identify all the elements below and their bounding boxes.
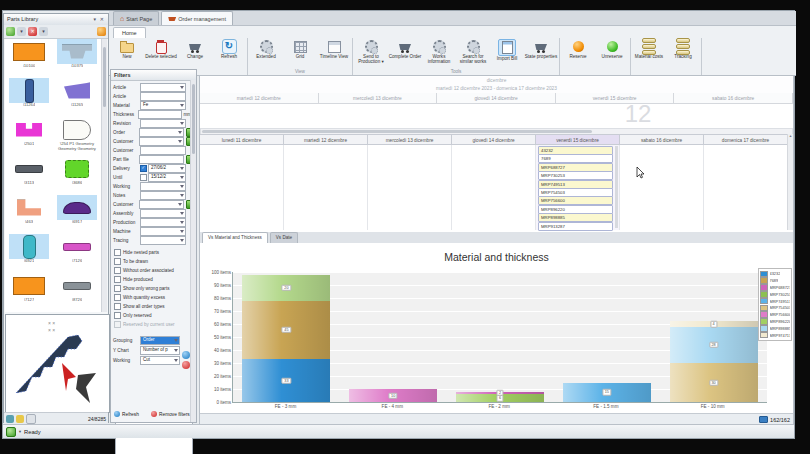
tracking-button[interactable]: Tracking [666,38,700,59]
timeline-column-sabato-16-dicembre[interactable]: sabato 16 dicembre [674,93,793,104]
article-input[interactable] [140,92,186,101]
part-item-11265[interactable]: \11265 [53,78,101,117]
pan-icon[interactable] [6,415,14,423]
chart-info-button[interactable] [182,351,190,359]
checkbox-without-order-associated[interactable]: Without order associated [114,266,194,274]
part-item-254-p1-geometry-geometry-geometry[interactable]: \254 P1 Geometry Geometry Geometry [53,117,101,156]
part-item-10375[interactable]: \10375 [53,39,101,78]
search-for-similar-works-button[interactable]: Search for similar works [456,38,490,64]
tracing-select[interactable] [140,236,186,245]
part-item-11264[interactable]: \11264 [5,78,53,117]
checkbox-hide-produced[interactable]: Hide produced [114,275,194,283]
checkbox-box[interactable] [114,267,121,274]
until-checkbox[interactable] [140,174,147,181]
grouping-select[interactable]: Order [140,336,180,345]
bar-segment-mrp754503[interactable]: 30 [670,363,758,402]
working-select[interactable]: Cut [140,356,180,365]
y-chart-select[interactable]: Number of p [140,346,180,355]
part-item-2501[interactable]: \2501 [5,117,53,156]
order-chip-mrp913287[interactable]: MRP913287 [538,222,613,231]
state-properties-button[interactable]: State properties [524,38,558,59]
checkbox-with-quantity-excess[interactable]: With quantity excess [114,293,194,301]
checkbox-box[interactable] [114,303,121,310]
checkbox-box[interactable] [114,276,121,283]
part-item-8726[interactable]: \8726 [53,273,101,312]
day-header-venerd-15-dicembre[interactable]: venerdì 15 dicembre [536,134,620,145]
panel-close-icon[interactable]: ✕ [100,16,104,22]
bar-segment-mrp756600[interactable]: 10 [349,389,437,402]
chart-tab-vs-material-and-thickness[interactable]: Vs Material and Thickness [202,232,268,243]
checkbox-show-only-wrong-parts[interactable]: Show only wrong parts [114,284,194,292]
part-3d-preview[interactable]: × × × × [5,314,110,413]
checkbox-show-all-order-types[interactable]: Show all order types [114,302,194,310]
machine-select[interactable] [140,227,186,236]
part-item-6921[interactable]: \6921 [5,234,53,273]
checkbox-hide-nested-parts[interactable]: Hide nested parts [114,248,194,256]
folder-small-icon[interactable] [16,415,24,423]
order-chip-mrp898885[interactable]: MRP898885 [538,213,613,222]
import-bill-button[interactable]: Import Bill [490,38,524,61]
view-mode-icon[interactable]: ▾ [17,27,26,36]
status-dropdown-icon[interactable]: ▼ [18,429,22,434]
part-item-3113[interactable]: \3113 [5,156,53,195]
day-column-venerd-15-dicembre[interactable]: 432327689MRP688727MRP730253MRP749513MRP7… [536,145,620,230]
parts-scrollbar[interactable] [101,39,107,312]
bar-segment-43232[interactable]: 33 [242,359,330,402]
checkbox-box[interactable] [114,312,121,319]
day-column-sabato-16-dicembre[interactable] [620,145,704,230]
thickness-input[interactable] [138,110,181,119]
checkbox-box[interactable] [114,294,121,301]
timeline-view-button[interactable]: Timeline View [317,38,351,59]
notes-select[interactable] [140,191,186,200]
delivery-checkbox[interactable] [140,165,147,172]
doc-tab-start-page[interactable]: ⌂Start Page [113,11,159,25]
refresh-button[interactable]: ↻Refresh [212,38,246,59]
day-column-mercoled-13-dicembre[interactable] [368,145,452,230]
ribbon-tab-home[interactable]: Home [113,27,146,38]
day-header-domenica-17-dicembre[interactable]: domenica 17 dicembre [704,134,788,145]
change-button[interactable]: Change [178,38,212,59]
reserve-button[interactable]: Reserve [561,38,595,59]
status-green-icon[interactable] [6,427,16,437]
day-header-marted-12-dicembre[interactable]: martedì 12 dicembre [284,134,368,145]
grid-button[interactable]: Grid [283,38,317,59]
remove-filters-button[interactable]: Remove filters [151,411,190,417]
part-file-input[interactable] [139,155,184,164]
chart-stop-button[interactable] [182,361,190,369]
order-chip-mrp730253[interactable]: MRP730253 [538,171,613,180]
assembly-select[interactable] [140,209,186,218]
customer-select[interactable] [139,200,184,209]
bar-segment-mrp730253[interactable]: 20 [242,275,330,301]
settings-dropdown-icon[interactable]: ▾ [39,27,48,36]
delete-part-icon[interactable]: ✕ [28,27,37,36]
revision-select[interactable] [140,119,186,128]
day-header-mercoled-13-dicembre[interactable]: mercoledì 13 dicembre [368,134,452,145]
production-select[interactable] [140,218,186,227]
customer-select[interactable] [139,137,184,146]
checkbox-only-reserved[interactable]: Only reserved [114,311,194,319]
part-item-10100[interactable]: \10100 [5,39,53,78]
panel-pin-icon[interactable]: ▾ [93,16,96,22]
doc-tab-order-management[interactable]: Order management [161,11,233,25]
part-item-3686[interactable]: \3686 [53,156,101,195]
material-select[interactable]: Fe [140,101,186,110]
timeline-column-marted-12-dicembre[interactable]: martedì 12 dicembre [200,93,319,104]
material-costs-button[interactable]: Material costs [632,38,666,59]
refresh-filters-button[interactable]: Refresh [114,411,139,417]
import-part-icon[interactable] [97,27,106,36]
add-part-icon[interactable] [6,27,15,36]
day-header-gioved-14-dicembre[interactable]: giovedì 14 dicembre [452,134,536,145]
order-select[interactable] [139,128,184,137]
new-button[interactable]: New [110,38,144,59]
extended-button[interactable]: Extended [249,38,283,59]
checkbox-box[interactable] [114,258,121,265]
delivery-date-field[interactable]: 27/06/2 [148,164,186,173]
timeline-column-gioved-14-dicembre[interactable]: giovedì 14 dicembre [437,93,556,104]
bar-segment-7689[interactable]: 45 [242,301,330,360]
day-column-marted-12-dicembre[interactable] [284,145,368,230]
filters-scrollbar[interactable] [190,80,196,422]
order-list-scrollbar[interactable] [615,146,618,228]
day-column-luned-11-dicembre[interactable] [200,145,284,230]
day-header-luned-11-dicembre[interactable]: lunedì 11 dicembre [200,134,284,145]
unreserve-button[interactable]: Unreserve [595,38,629,59]
